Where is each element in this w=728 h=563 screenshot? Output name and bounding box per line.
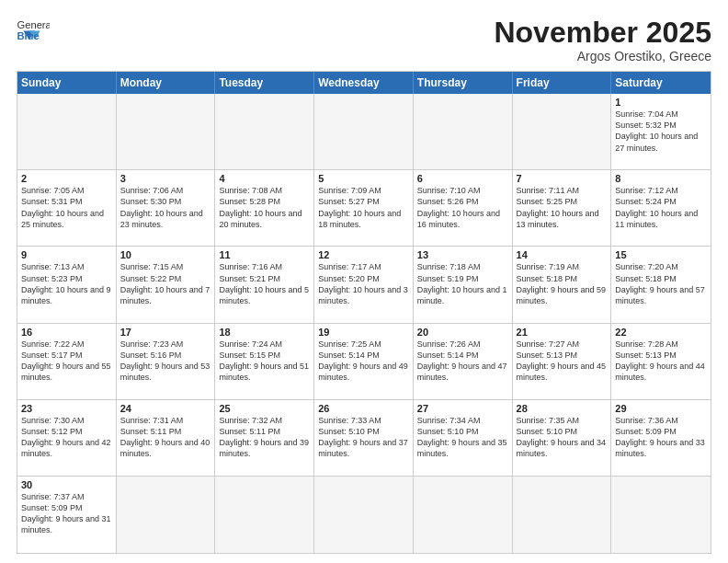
day-number: 26 — [318, 403, 409, 414]
empty-cell — [117, 477, 216, 553]
day-cell-12: 12Sunrise: 7:17 AM Sunset: 5:20 PM Dayli… — [314, 247, 414, 323]
day-cell-22: 22Sunrise: 7:28 AM Sunset: 5:13 PM Dayli… — [611, 324, 711, 400]
day-number: 10 — [120, 249, 211, 260]
day-info: Sunrise: 7:06 AM Sunset: 5:30 PM Dayligh… — [120, 185, 211, 230]
day-info: Sunrise: 7:11 AM Sunset: 5:25 PM Dayligh… — [517, 185, 608, 230]
day-cell-9: 9Sunrise: 7:13 AM Sunset: 5:23 PM Daylig… — [17, 247, 117, 323]
empty-cell — [215, 477, 314, 553]
day-header-tuesday: Tuesday — [215, 72, 314, 94]
day-info: Sunrise: 7:37 AM Sunset: 5:09 PM Dayligh… — [21, 491, 112, 536]
day-number: 1 — [615, 97, 707, 108]
day-info: Sunrise: 7:24 AM Sunset: 5:15 PM Dayligh… — [219, 339, 310, 384]
day-cell-28: 28Sunrise: 7:35 AM Sunset: 5:10 PM Dayli… — [513, 400, 612, 477]
calendar: SundayMondayTuesdayWednesdayThursdayFrid… — [17, 71, 711, 554]
day-info: Sunrise: 7:15 AM Sunset: 5:22 PM Dayligh… — [120, 261, 211, 306]
day-number: 16 — [21, 327, 112, 338]
day-header-thursday: Thursday — [414, 72, 513, 94]
day-number: 15 — [615, 249, 707, 260]
day-cell-16: 16Sunrise: 7:22 AM Sunset: 5:17 PM Dayli… — [17, 324, 117, 400]
day-cell-8: 8Sunrise: 7:12 AM Sunset: 5:24 PM Daylig… — [611, 170, 711, 247]
day-info: Sunrise: 7:10 AM Sunset: 5:26 PM Dayligh… — [417, 185, 508, 230]
day-cell-13: 13Sunrise: 7:18 AM Sunset: 5:19 PM Dayli… — [414, 247, 513, 323]
day-cell-30: 30Sunrise: 7:37 AM Sunset: 5:09 PM Dayli… — [17, 477, 117, 553]
day-number: 30 — [21, 479, 112, 490]
day-number: 28 — [517, 403, 608, 414]
day-header-wednesday: Wednesday — [314, 72, 414, 94]
day-number: 5 — [318, 173, 409, 184]
day-info: Sunrise: 7:18 AM Sunset: 5:19 PM Dayligh… — [417, 261, 508, 306]
empty-cell — [513, 94, 612, 170]
empty-cell — [117, 94, 216, 170]
day-number: 17 — [120, 327, 211, 338]
day-info: Sunrise: 7:22 AM Sunset: 5:17 PM Dayligh… — [21, 339, 112, 384]
day-info: Sunrise: 7:25 AM Sunset: 5:14 PM Dayligh… — [318, 339, 409, 384]
month-title: November 2025 — [494, 17, 711, 49]
day-number: 18 — [219, 327, 310, 338]
day-info: Sunrise: 7:23 AM Sunset: 5:16 PM Dayligh… — [120, 339, 211, 384]
day-number: 14 — [517, 249, 608, 260]
empty-cell — [215, 94, 314, 170]
day-cell-18: 18Sunrise: 7:24 AM Sunset: 5:15 PM Dayli… — [215, 324, 314, 400]
empty-cell — [414, 477, 513, 553]
day-number: 25 — [219, 403, 310, 414]
day-cell-4: 4Sunrise: 7:08 AM Sunset: 5:28 PM Daylig… — [215, 170, 314, 247]
svg-text:Blue: Blue — [17, 30, 40, 41]
logo: General Blue — [17, 17, 50, 42]
day-info: Sunrise: 7:16 AM Sunset: 5:21 PM Dayligh… — [219, 261, 310, 306]
day-info: Sunrise: 7:04 AM Sunset: 5:32 PM Dayligh… — [615, 109, 707, 154]
day-cell-2: 2Sunrise: 7:05 AM Sunset: 5:31 PM Daylig… — [17, 170, 117, 247]
day-number: 3 — [120, 173, 211, 184]
empty-cell — [611, 477, 711, 553]
day-cell-27: 27Sunrise: 7:34 AM Sunset: 5:10 PM Dayli… — [414, 400, 513, 477]
day-number: 23 — [21, 403, 112, 414]
day-number: 22 — [615, 327, 707, 338]
day-number: 19 — [318, 327, 409, 338]
day-cell-5: 5Sunrise: 7:09 AM Sunset: 5:27 PM Daylig… — [314, 170, 414, 247]
day-info: Sunrise: 7:31 AM Sunset: 5:11 PM Dayligh… — [120, 415, 211, 460]
location: Argos Orestiko, Greece — [494, 49, 711, 63]
day-number: 2 — [21, 173, 112, 184]
day-cell-17: 17Sunrise: 7:23 AM Sunset: 5:16 PM Dayli… — [117, 324, 216, 400]
day-info: Sunrise: 7:13 AM Sunset: 5:23 PM Dayligh… — [21, 261, 112, 306]
svg-text:General: General — [17, 19, 51, 30]
empty-cell — [17, 94, 117, 170]
day-cell-11: 11Sunrise: 7:16 AM Sunset: 5:21 PM Dayli… — [215, 247, 314, 323]
day-cell-23: 23Sunrise: 7:30 AM Sunset: 5:12 PM Dayli… — [17, 400, 117, 477]
day-number: 6 — [417, 173, 508, 184]
day-info: Sunrise: 7:08 AM Sunset: 5:28 PM Dayligh… — [219, 185, 310, 230]
day-cell-7: 7Sunrise: 7:11 AM Sunset: 5:25 PM Daylig… — [513, 170, 612, 247]
day-cell-19: 19Sunrise: 7:25 AM Sunset: 5:14 PM Dayli… — [314, 324, 414, 400]
day-info: Sunrise: 7:09 AM Sunset: 5:27 PM Dayligh… — [318, 185, 409, 230]
day-cell-15: 15Sunrise: 7:20 AM Sunset: 5:18 PM Dayli… — [611, 247, 711, 323]
day-info: Sunrise: 7:35 AM Sunset: 5:10 PM Dayligh… — [517, 415, 608, 460]
day-cell-6: 6Sunrise: 7:10 AM Sunset: 5:26 PM Daylig… — [414, 170, 513, 247]
day-cell-25: 25Sunrise: 7:32 AM Sunset: 5:11 PM Dayli… — [215, 400, 314, 477]
page: General Blue November 2025 Argos Orestik… — [0, 0, 728, 563]
day-number: 24 — [120, 403, 211, 414]
day-info: Sunrise: 7:33 AM Sunset: 5:10 PM Dayligh… — [318, 415, 409, 460]
day-number: 13 — [417, 249, 508, 260]
empty-cell — [414, 94, 513, 170]
day-info: Sunrise: 7:36 AM Sunset: 5:09 PM Dayligh… — [615, 415, 707, 460]
day-header-monday: Monday — [117, 72, 216, 94]
day-header-sunday: Sunday — [17, 72, 117, 94]
day-cell-14: 14Sunrise: 7:19 AM Sunset: 5:18 PM Dayli… — [513, 247, 612, 323]
empty-cell — [513, 477, 612, 553]
day-info: Sunrise: 7:27 AM Sunset: 5:13 PM Dayligh… — [517, 339, 608, 384]
day-info: Sunrise: 7:32 AM Sunset: 5:11 PM Dayligh… — [219, 415, 310, 460]
day-header-friday: Friday — [513, 72, 612, 94]
day-number: 8 — [615, 173, 707, 184]
day-number: 7 — [517, 173, 608, 184]
day-number: 27 — [417, 403, 508, 414]
day-info: Sunrise: 7:17 AM Sunset: 5:20 PM Dayligh… — [318, 261, 409, 306]
day-number: 20 — [417, 327, 508, 338]
day-info: Sunrise: 7:30 AM Sunset: 5:12 PM Dayligh… — [21, 415, 112, 460]
day-cell-20: 20Sunrise: 7:26 AM Sunset: 5:14 PM Dayli… — [414, 324, 513, 400]
day-cell-29: 29Sunrise: 7:36 AM Sunset: 5:09 PM Dayli… — [611, 400, 711, 477]
day-number: 21 — [517, 327, 608, 338]
day-cell-1: 1Sunrise: 7:04 AM Sunset: 5:32 PM Daylig… — [611, 94, 711, 170]
day-cell-21: 21Sunrise: 7:27 AM Sunset: 5:13 PM Dayli… — [513, 324, 612, 400]
empty-cell — [314, 94, 414, 170]
day-info: Sunrise: 7:12 AM Sunset: 5:24 PM Dayligh… — [615, 185, 707, 230]
day-info: Sunrise: 7:26 AM Sunset: 5:14 PM Dayligh… — [417, 339, 508, 384]
